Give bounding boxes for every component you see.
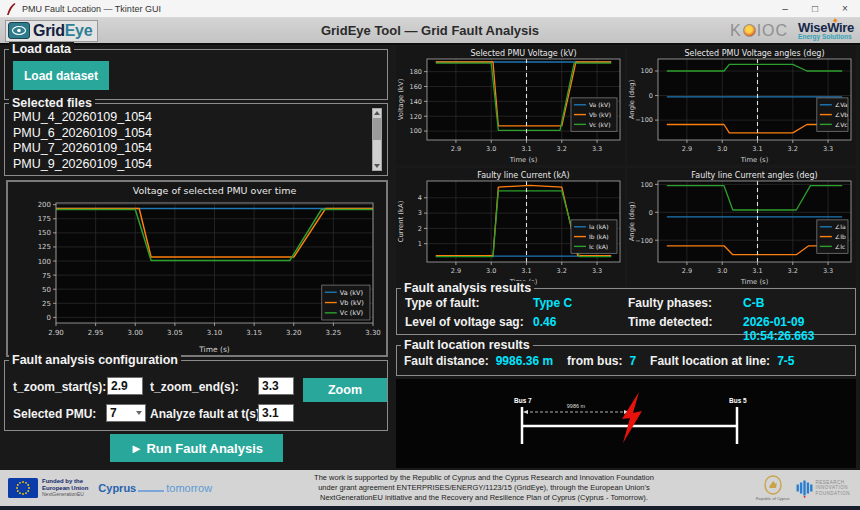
- svg-text:3.2: 3.2: [557, 267, 567, 275]
- fault-config-label: Fault analysis configuration: [9, 353, 181, 367]
- selected-files-frame: Selected files PMU_4_20260109_1054 PMU_6…: [4, 103, 388, 176]
- svg-text:∠Vb: ∠Vb: [835, 111, 848, 118]
- load-data-label: Load data: [9, 42, 74, 56]
- svg-text:3.0: 3.0: [717, 267, 727, 275]
- funding-statement: The work is supported by the Republic of…: [212, 473, 756, 503]
- svg-text:Va (kV): Va (kV): [340, 289, 363, 297]
- files-listbox[interactable]: PMU_4_20260109_1054 PMU_6_20260109_1054 …: [13, 110, 365, 172]
- file-item[interactable]: PMU_9_20260109_1054: [13, 157, 365, 173]
- svg-text:Angle (deg): Angle (deg): [628, 201, 636, 241]
- funding-line-3: NextGenerationEU initiative and the Reco…: [212, 493, 756, 503]
- svg-text:175: 175: [38, 215, 51, 223]
- file-item[interactable]: PMU_7_20260109_1054: [13, 141, 365, 157]
- eu-funded-line1: Funded by the: [42, 478, 88, 485]
- svg-text:2: 2: [418, 225, 422, 233]
- svg-text:3.2: 3.2: [788, 267, 798, 275]
- cyprus-emblem-icon: [763, 475, 783, 495]
- wisewire-diamond-icon: ◆: [833, 17, 838, 23]
- t-zoom-end-input[interactable]: [258, 377, 294, 395]
- fault-config-frame: Fault analysis configuration t_zoom_star…: [4, 360, 388, 431]
- file-item[interactable]: PMU_4_20260109_1054: [13, 110, 365, 126]
- republic-of-cyprus-logo: Republic of Cyprus: [756, 475, 790, 501]
- svg-text:2.95: 2.95: [88, 329, 104, 337]
- from-bus-value: 7: [629, 354, 636, 368]
- svg-text:3.3: 3.3: [592, 267, 602, 275]
- cyprus-tomorrow-part1: Cyprus: [98, 482, 136, 494]
- svg-text:180: 180: [410, 68, 422, 76]
- from-bus-label: from bus:: [567, 354, 622, 368]
- svg-text:100: 100: [38, 258, 51, 266]
- run-fault-analysis-button[interactable]: ► Run Fault Analysis: [110, 434, 283, 462]
- pmu-voltage-chart: 2.93.03.13.23.3100120140160180Selected P…: [396, 46, 625, 165]
- svg-text:160: 160: [410, 83, 422, 91]
- zoom-button[interactable]: Zoom: [303, 378, 387, 402]
- svg-text:Selected PMU Voltage (kV): Selected PMU Voltage (kV): [470, 49, 576, 58]
- svg-text:Faulty line Current angles (de: Faulty line Current angles (deg): [691, 171, 817, 180]
- svg-text:3.2: 3.2: [788, 145, 798, 153]
- svg-text:150: 150: [38, 229, 51, 237]
- rif-logo: RESEARCH INNOVATION FOUNDATION: [796, 478, 850, 498]
- scrollbar-up-icon[interactable]: [373, 109, 381, 117]
- t-zoom-start-label: t_zoom_start(s):: [13, 380, 106, 394]
- tk-feather-icon: [6, 3, 16, 15]
- svg-text:3: 3: [418, 209, 422, 217]
- svg-text:2.90: 2.90: [48, 329, 64, 337]
- titlebar: PMU Fault Location — Tkinter GUI – □ ×: [0, 0, 860, 18]
- minimize-button[interactable]: –: [770, 0, 800, 18]
- svg-text:3.1: 3.1: [521, 145, 531, 153]
- svg-text:200: 200: [38, 201, 51, 209]
- svg-text:4: 4: [418, 194, 422, 202]
- svg-text:∠Va: ∠Va: [835, 101, 848, 108]
- svg-text:∠Vc: ∠Vc: [835, 121, 848, 128]
- chevron-down-icon[interactable]: [136, 411, 142, 415]
- load-dataset-button[interactable]: Load dataset: [13, 61, 109, 90]
- svg-text:Va (kV): Va (kV): [589, 101, 610, 108]
- svg-text:3.15: 3.15: [246, 329, 262, 337]
- svg-text:3.0: 3.0: [486, 145, 496, 153]
- analyze-fault-input[interactable]: [258, 404, 294, 422]
- svg-text:0: 0: [47, 314, 51, 322]
- rif-line-2: INNOVATION: [816, 485, 850, 490]
- scrollbar-down-icon[interactable]: [373, 162, 381, 170]
- svg-text:Vc (kV): Vc (kV): [340, 309, 363, 317]
- selected-files-label: Selected files: [9, 96, 95, 110]
- maximize-button[interactable]: □: [800, 0, 830, 18]
- main-voltage-chart: 2.902.953.003.053.103.153.203.253.300255…: [6, 180, 388, 357]
- scrollbar-thumb[interactable]: [373, 118, 381, 140]
- svg-text:100: 100: [641, 181, 653, 189]
- kios-logo-text: K: [730, 22, 742, 40]
- svg-text:2.9: 2.9: [682, 267, 692, 275]
- chart-grid: 2.93.03.13.23.3100120140160180Selected P…: [396, 46, 856, 287]
- svg-text:Vb (kV): Vb (kV): [589, 111, 611, 118]
- svg-text:3.1: 3.1: [521, 267, 531, 275]
- svg-text:Ib (kA): Ib (kA): [589, 233, 609, 240]
- svg-text:3.1: 3.1: [752, 145, 762, 153]
- file-item[interactable]: PMU_6_20260109_1054: [13, 126, 365, 142]
- svg-text:0: 0: [649, 209, 653, 217]
- faulty-phases-value: C-B: [743, 296, 849, 310]
- svg-text:Time (s): Time (s): [740, 278, 769, 286]
- close-button[interactable]: ×: [830, 0, 860, 18]
- footer: Funded by the European Union NextGenerat…: [0, 470, 860, 506]
- fault-line-value: 7-5: [777, 354, 794, 368]
- selected-pmu-label: Selected PMU:: [13, 407, 96, 421]
- svg-text:3.3: 3.3: [823, 145, 833, 153]
- fault-location-results-label: Fault location results: [401, 338, 533, 352]
- load-data-frame: Load data Load dataset: [4, 49, 388, 100]
- svg-text:3.10: 3.10: [207, 329, 223, 337]
- files-scrollbar[interactable]: [372, 108, 382, 171]
- t-zoom-start-input[interactable]: [107, 377, 143, 395]
- wisewire-tagline: Energy Solutions: [798, 34, 854, 41]
- svg-text:Voltage of selected PMU over t: Voltage of selected PMU over time: [133, 185, 297, 196]
- svg-text:Angle (deg): Angle (deg): [628, 79, 636, 119]
- svg-text:1: 1: [418, 240, 422, 248]
- voltage-sag-value: 0.46: [533, 315, 628, 343]
- svg-text:2.9: 2.9: [451, 267, 461, 275]
- funding-line-1: The work is supported by the Republic of…: [212, 473, 756, 483]
- arrowhead-left-icon: [523, 410, 528, 414]
- wisewire-name: WiseWire: [798, 21, 854, 34]
- svg-text:Ia (kA): Ia (kA): [589, 223, 609, 230]
- selected-pmu-combobox[interactable]: 7: [106, 404, 146, 422]
- fault-location-results-frame: Fault location results Fault distance: 9…: [396, 345, 856, 376]
- svg-text:Vb (kV): Vb (kV): [340, 299, 364, 307]
